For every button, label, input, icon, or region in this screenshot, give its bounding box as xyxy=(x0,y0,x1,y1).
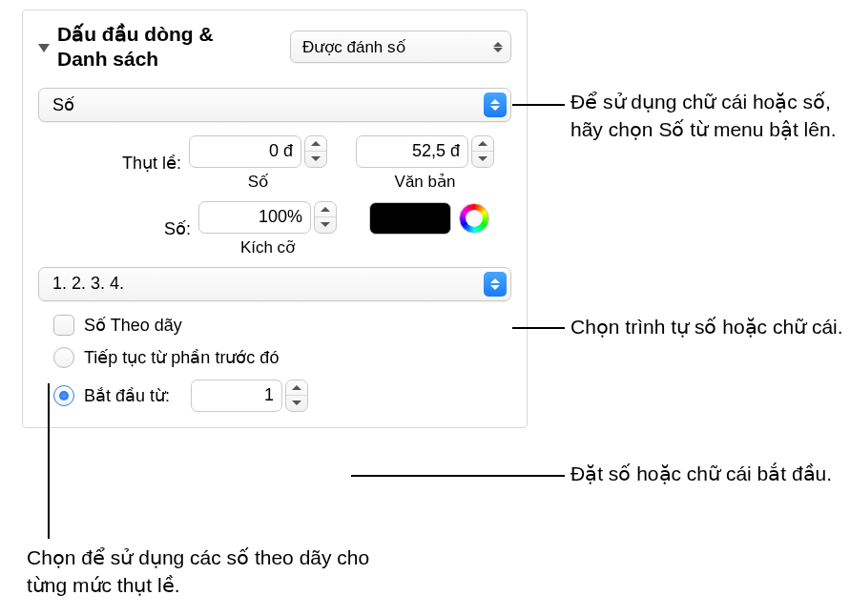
callout-bullet-type: Để sử dụng chữ cái hoặc số, hãy chọn Số … xyxy=(570,88,850,144)
bullet-type-popup[interactable]: Số xyxy=(38,88,511,122)
stepper-down-icon[interactable] xyxy=(286,395,307,411)
panel-title: Dấu đầu dòng & Danh sách xyxy=(57,22,243,72)
list-style-label: Được đánh số xyxy=(302,37,405,57)
callout-line xyxy=(48,383,50,539)
callout-tiered: Chọn để sử dụng các số theo dãy cho từng… xyxy=(27,544,408,600)
number-sequence-popup[interactable]: 1. 2. 3. 4. xyxy=(38,267,511,301)
size-input[interactable] xyxy=(199,202,310,233)
start-from-label: Bắt đầu từ: xyxy=(84,385,170,406)
continue-label: Tiếp tục từ phần trước đó xyxy=(84,347,279,368)
start-from-radio[interactable] xyxy=(53,385,74,406)
size-stepper[interactable] xyxy=(314,201,337,234)
stepper-up-icon[interactable] xyxy=(315,202,336,217)
indent-text-stepper[interactable] xyxy=(471,135,494,168)
tiered-numbers-label: Số Theo dãy xyxy=(84,315,182,336)
size-label: Số: xyxy=(38,218,191,239)
stepper-up-icon[interactable] xyxy=(286,380,307,396)
indent-label: Thụt lề: xyxy=(38,153,181,174)
continue-radio[interactable] xyxy=(53,347,74,368)
stepper-down-icon[interactable] xyxy=(305,151,326,167)
chevron-updown-icon xyxy=(484,92,507,117)
panel-header: Dấu đầu dòng & Danh sách Được đánh số xyxy=(38,22,511,72)
indent-text-input[interactable] xyxy=(357,136,467,167)
stepper-up-icon[interactable] xyxy=(305,136,326,152)
stepper-up-icon[interactable] xyxy=(472,136,493,152)
size-caption: Kích cỡ xyxy=(240,237,295,257)
bullet-type-label: Số xyxy=(52,94,74,115)
color-wheel-icon[interactable] xyxy=(459,203,489,234)
stepper-down-icon[interactable] xyxy=(472,151,493,167)
callout-sequence: Chọn trình tự số hoặc chữ cái. xyxy=(570,313,850,340)
indent-text-caption: Văn bản xyxy=(395,172,456,192)
indent-number-stepper[interactable] xyxy=(304,135,327,168)
callout-line xyxy=(512,327,565,329)
chevron-updown-icon xyxy=(484,272,507,297)
indent-number-caption: Số xyxy=(248,172,268,192)
callout-line xyxy=(351,475,565,477)
start-from-stepper[interactable] xyxy=(285,380,308,412)
callout-line xyxy=(512,104,565,106)
color-swatch[interactable] xyxy=(369,202,451,235)
callout-start-from: Đặt số hoặc chữ cái bắt đầu. xyxy=(570,460,850,487)
list-style-popup[interactable]: Được đánh số xyxy=(290,31,511,63)
indent-number-input[interactable] xyxy=(190,136,301,167)
number-sequence-label: 1. 2. 3. 4. xyxy=(52,274,124,294)
chevron-updown-icon xyxy=(489,42,507,52)
bullets-lists-panel: Dấu đầu dòng & Danh sách Được đánh số Số… xyxy=(22,10,528,428)
start-from-input[interactable] xyxy=(192,380,281,411)
stepper-down-icon[interactable] xyxy=(315,216,336,233)
tiered-numbers-checkbox[interactable] xyxy=(53,315,74,336)
disclosure-triangle-icon[interactable] xyxy=(38,44,50,52)
